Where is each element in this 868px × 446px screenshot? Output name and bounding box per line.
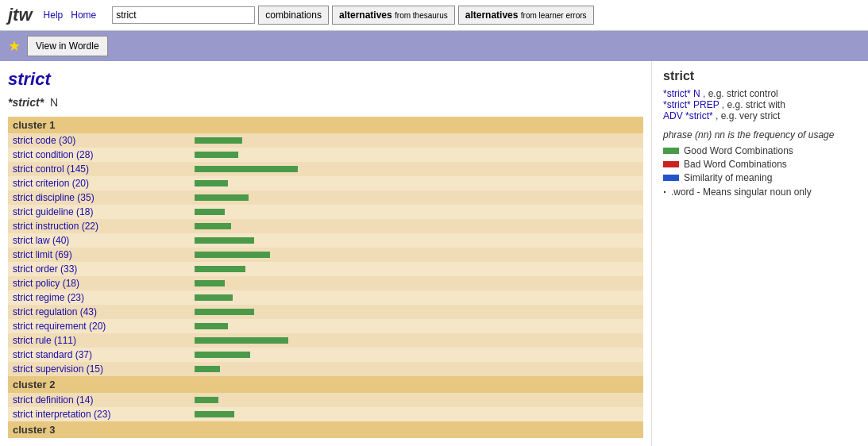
wordle-button[interactable]: View in Wordle <box>27 36 108 56</box>
right-panel: strict *strict* N , e.g. strict control … <box>651 61 868 446</box>
home-link[interactable]: Home <box>71 10 96 21</box>
word-form: *strict* N <box>8 96 643 109</box>
combo-link[interactable]: strict interpretation (23) <box>13 409 110 420</box>
combo-bar-cell <box>190 393 643 407</box>
combo-bar-cell <box>190 319 643 333</box>
legend-blue-box <box>663 175 679 181</box>
combo-link[interactable]: strict policy (18) <box>13 278 79 289</box>
combo-bar-cell <box>190 348 643 362</box>
combo-link[interactable]: strict rule (111) <box>13 335 76 346</box>
combo-link[interactable]: strict definition (14) <box>13 394 93 406</box>
bar-green <box>195 194 249 201</box>
combo-link[interactable]: strict requirement (20) <box>13 321 106 332</box>
legend-good-label: Good Word Combinations <box>684 145 793 156</box>
combo-link[interactable]: strict order (33) <box>13 263 77 275</box>
cluster-row: cluster 3 <box>8 421 643 438</box>
combo-label-cell: strict control (145) <box>8 162 190 176</box>
combo-label-cell: strict regulation (43) <box>8 305 190 319</box>
bar-container <box>195 335 638 346</box>
table-row: strict order (33) <box>8 262 643 276</box>
combo-link[interactable]: strict limit (69) <box>13 249 72 260</box>
alternatives-learner-button[interactable]: alternatives from learner errors <box>458 6 594 25</box>
right-link-1: *strict* N , e.g. strict control <box>663 88 857 99</box>
bar-green <box>195 252 270 258</box>
search-bar: combinations alternatives from thesaurus… <box>112 6 593 25</box>
cluster-label: cluster 1 <box>8 117 643 133</box>
adv-strict-link[interactable]: ADV *strict* <box>663 110 713 121</box>
combo-link[interactable]: strict regime (23) <box>13 292 84 303</box>
eg-2: , e.g. strict with <box>722 99 785 110</box>
combo-link[interactable]: strict guideline (18) <box>13 206 93 217</box>
bar-green <box>195 366 220 372</box>
combo-link[interactable]: strict condition (28) <box>13 149 93 160</box>
combo-link[interactable]: strict instruction (22) <box>13 221 98 232</box>
word-title: strict <box>8 69 643 90</box>
right-word-heading: strict <box>663 69 857 83</box>
alternatives-thesaurus-button[interactable]: alternatives from thesaurus <box>332 6 455 25</box>
alt-thesaurus-sub: from thesaurus <box>395 11 448 20</box>
legend-good: Good Word Combinations <box>663 145 857 156</box>
combo-label-cell: strict policy (18) <box>8 276 190 290</box>
combo-link[interactable]: strict control (145) <box>13 163 89 175</box>
bar-container <box>195 306 638 317</box>
combo-label-cell: strict condition (28) <box>8 148 190 162</box>
bar-container <box>195 363 638 375</box>
combo-bar-cell <box>190 162 643 176</box>
bar-container <box>195 278 638 289</box>
bar-green <box>195 337 288 344</box>
table-row: strict discipline (35) <box>8 190 643 205</box>
strict-prep-link[interactable]: *strict* PREP <box>663 99 719 110</box>
combo-bar-cell <box>190 276 643 290</box>
bar-container <box>195 206 638 217</box>
bar-green <box>195 397 218 403</box>
left-panel: strict *strict* N cluster 1strict code (… <box>0 61 651 446</box>
combo-bar-cell <box>190 333 643 348</box>
main-container: strict *strict* N cluster 1strict code (… <box>0 61 868 446</box>
combo-link[interactable]: strict law (40) <box>13 235 69 246</box>
combo-bar-cell <box>190 205 643 219</box>
bar-green <box>195 223 231 229</box>
combo-link[interactable]: strict criterion (20) <box>13 178 89 189</box>
bar-green <box>195 309 254 315</box>
table-row: strict guideline (18) <box>8 205 643 219</box>
combo-bar-cell <box>190 262 643 276</box>
help-link[interactable]: Help <box>44 10 64 21</box>
combo-link[interactable]: strict regulation (43) <box>13 306 97 317</box>
table-row: strict limit (69) <box>8 248 643 262</box>
alt-learner-sub: from learner errors <box>521 11 587 20</box>
alt-learner-main: alternatives <box>465 10 519 21</box>
bar-container <box>195 263 638 275</box>
combinations-table: cluster 1strict code (30)strict conditio… <box>8 117 643 438</box>
legend-singular: · .word - Means singular noun only <box>663 186 857 198</box>
table-body: cluster 1strict code (30)strict conditio… <box>8 117 643 438</box>
search-input[interactable] <box>112 6 255 24</box>
legend-green-box <box>663 148 679 154</box>
bar-container <box>195 178 638 189</box>
word-form-text: *strict* <box>8 96 44 109</box>
combo-link[interactable]: strict standard (37) <box>13 349 92 360</box>
combo-link[interactable]: strict code (30) <box>13 135 75 146</box>
wordle-bar: ★ View in Wordle <box>0 31 868 61</box>
combo-label-cell: strict instruction (22) <box>8 219 190 233</box>
table-row: strict rule (111) <box>8 333 643 348</box>
combo-label-cell: strict order (33) <box>8 262 190 276</box>
bar-green <box>195 352 250 358</box>
combinations-button[interactable]: combinations <box>258 6 329 25</box>
bar-container <box>195 349 638 360</box>
combo-link[interactable]: strict supervision (15) <box>13 363 103 375</box>
table-row: strict policy (18) <box>8 276 643 290</box>
bar-green <box>195 323 228 329</box>
combo-bar-cell <box>190 133 643 148</box>
eg-3: , e.g. very strict <box>716 110 780 121</box>
table-row: strict regulation (43) <box>8 305 643 319</box>
legend-dot: · <box>663 186 666 198</box>
bar-container <box>195 321 638 332</box>
combo-label-cell: strict discipline (35) <box>8 190 190 205</box>
legend-bad-label: Bad Word Combinations <box>684 159 787 170</box>
nav-links: Help Home <box>44 10 97 21</box>
table-row: strict criterion (20) <box>8 176 643 190</box>
bar-container <box>195 235 638 246</box>
strict-n-link[interactable]: *strict* N <box>663 88 700 99</box>
combo-link[interactable]: strict discipline (35) <box>13 192 95 203</box>
legend: phrase (nn) nn is the frequency of usage… <box>663 129 857 198</box>
